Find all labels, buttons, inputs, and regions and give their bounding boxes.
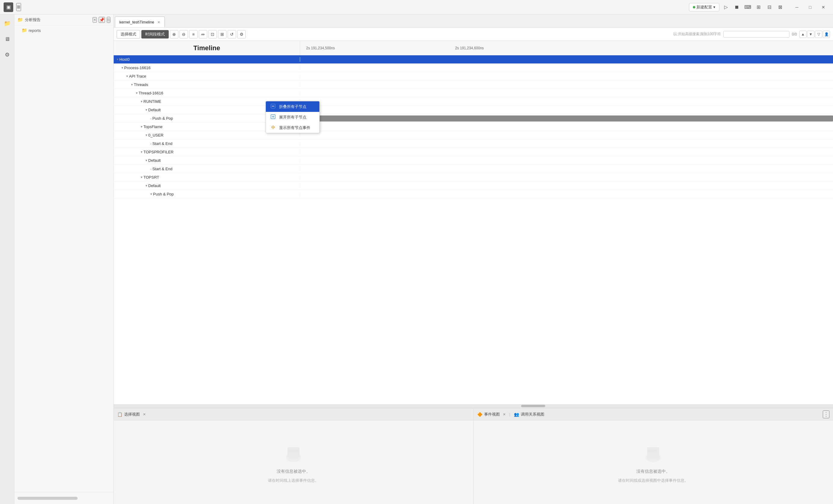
search-prev-button[interactable]: ▲ — [799, 31, 807, 38]
panel-tab-callgraph[interactable]: 👥 调用关系视图 — [514, 412, 544, 417]
timeline-row[interactable]: ▾ TOPSRT — [114, 173, 833, 182]
timeline-row[interactable]: ▾ TopsFlame — [114, 123, 833, 131]
expand-icon[interactable]: ▾ — [146, 184, 147, 188]
timeline-title: Timeline — [114, 41, 300, 55]
close-button[interactable]: ✕ — [817, 3, 829, 11]
timeline-row[interactable]: ▾ Default — [114, 182, 833, 190]
search-next-button[interactable]: ▼ — [807, 31, 814, 38]
play-button[interactable]: ▷ — [722, 3, 730, 11]
expand-icon[interactable]: ▾ — [146, 133, 147, 137]
sidebar-file-title: 分析报告 — [25, 17, 41, 23]
expand-icon[interactable]: ▾ — [141, 99, 143, 103]
expand-icon[interactable]: ▾ — [131, 83, 133, 87]
expand-icon[interactable]: ▾ — [141, 125, 143, 129]
timeline-row[interactable]: ▾ RUNTIME — [114, 97, 833, 106]
tab-timeline[interactable]: kernel_test\Timeline ✕ — [115, 17, 165, 27]
timeline-row[interactable]: ▾ API Trace — [114, 72, 833, 80]
search-input[interactable] — [723, 31, 789, 38]
timeline-row[interactable]: ▾ Thread-16616 — [114, 89, 833, 97]
sidebar-copy-button[interactable]: ⎘ — [107, 17, 110, 23]
timeline-scrollbar[interactable] — [114, 404, 833, 408]
sidebar-pin-button[interactable]: 📌 — [99, 17, 105, 23]
add-button[interactable]: ⊕ — [170, 30, 178, 39]
select-mode-button[interactable]: 选择模式 — [117, 30, 140, 39]
timeline-row[interactable]: ▾ Host0 — [114, 55, 833, 64]
expand-icon[interactable]: ▾ — [136, 91, 138, 95]
app-logo: ▣ — [4, 2, 13, 12]
expand-icon[interactable]: ▾ — [146, 159, 147, 162]
row-label: Process-16616 — [124, 66, 150, 70]
search-hint: 以:开始高级搜索,限制100字符 — [673, 31, 721, 37]
timeline-row[interactable]: › Start & End — [114, 140, 833, 148]
expand-icon[interactable]: › — [150, 117, 151, 120]
search-filter-button[interactable]: ▽ — [815, 31, 822, 38]
tree-cell: ▾ Host0 — [114, 57, 300, 62]
new-config-button[interactable]: 新建配置 ▾ — [689, 3, 719, 11]
layout2-button[interactable]: ⊟ — [765, 3, 774, 11]
timeline-row[interactable]: › Start & End — [114, 165, 833, 173]
layout1-button[interactable]: ⊞ — [754, 3, 763, 11]
panel-close-button[interactable]: ✕ — [503, 412, 506, 416]
search-user-button[interactable]: 👤 — [823, 31, 830, 38]
time-mode-button[interactable]: 时间段模式 — [141, 30, 169, 39]
timeline-row[interactable]: ▾ TOPSPROFILER — [114, 148, 833, 157]
context-menu: 折叠所有子节点 展开所有子节点 — [265, 101, 320, 133]
panel-more-button[interactable]: ⋮ — [823, 410, 829, 418]
zoom-out-button[interactable]: ⊡ — [208, 30, 217, 39]
row-label: Default — [148, 107, 161, 112]
row-label: 0_USER — [148, 133, 164, 138]
context-menu-item-events[interactable]: 显示所有节点事件 — [266, 122, 319, 133]
remove-button[interactable]: ⊖ — [180, 30, 188, 39]
panel-tab-events[interactable]: 🔶 事件视图 ✕ — [477, 412, 506, 417]
expand-icon[interactable]: › — [150, 167, 151, 171]
folder-nav-button[interactable]: 📁 — [2, 18, 13, 29]
timeline-row[interactable]: ▾ Threads — [114, 80, 833, 89]
row-label: TOPSRT — [143, 175, 159, 179]
expand-icon[interactable]: ▾ — [141, 150, 143, 154]
settings-button[interactable]: ⚙ — [2, 49, 13, 60]
expand-icon[interactable]: ▾ — [126, 74, 128, 78]
refresh-button[interactable]: ↺ — [228, 30, 236, 39]
panel-close-button[interactable]: ✕ — [143, 412, 146, 416]
context-menu-item-expand[interactable]: 展开所有子节点 — [266, 112, 319, 122]
sidebar-close-button[interactable]: ✕ — [93, 17, 97, 23]
sidebar-scrollbar[interactable] — [18, 497, 77, 500]
timeline-row[interactable]: ▾ Default — [114, 106, 833, 114]
align-button[interactable]: ≡ — [189, 30, 197, 39]
tree-cell: ▾ TOPSRT — [114, 175, 300, 179]
ruler-tick-right: 2s 191,234,600ns — [455, 46, 483, 50]
zoom-in-button[interactable]: ⊞ — [218, 30, 227, 39]
expand-icon[interactable]: ▾ — [121, 66, 123, 70]
fit-button[interactable]: ⇔ — [199, 30, 207, 39]
layout3-button[interactable]: ⊠ — [776, 3, 784, 11]
menu-button[interactable]: ≡ — [16, 3, 21, 11]
timeline-row[interactable]: ▾ Process-16616 — [114, 64, 833, 72]
timeline-header: Timeline 2s 191,234,500ns 2s 191,234,600… — [114, 41, 833, 55]
timeline-row[interactable]: ▾ Default — [114, 157, 833, 165]
expand-icon[interactable]: ▾ — [146, 108, 147, 112]
filter-button[interactable]: ⚙ — [237, 30, 246, 39]
expand-icon[interactable]: ▾ — [117, 57, 118, 61]
expand-icon[interactable]: ▾ — [141, 175, 143, 179]
empty-text-main: 没有信息被选中。 — [277, 469, 310, 474]
tab-close-icon[interactable]: ✕ — [157, 20, 160, 24]
context-menu-item-collapse[interactable]: 折叠所有子节点 — [266, 101, 319, 112]
tree-item-reports[interactable]: 📁 reports — [15, 27, 113, 34]
tree-cell: ▾ Default — [114, 184, 300, 188]
timeline-row[interactable]: ▾ 0_USER — [114, 131, 833, 140]
scrollbar-thumb[interactable] — [521, 405, 545, 407]
timeline-row[interactable]: ▾ Push & Pop — [114, 190, 833, 198]
timeline-body[interactable]: ▾ Host0 ▾ Process-16616 — [114, 55, 833, 404]
expand-icon[interactable]: › — [150, 142, 151, 146]
svg-rect-15 — [649, 451, 655, 452]
panel-tab-selection[interactable]: 📋 选择视图 ✕ — [117, 412, 146, 417]
monitor-button[interactable]: 🖥 — [2, 34, 13, 45]
timeline-row[interactable]: › Push & Pop — [114, 114, 833, 123]
minimize-button[interactable]: ─ — [791, 3, 803, 11]
maximize-button[interactable]: □ — [804, 3, 816, 11]
row-label: API Trace — [129, 74, 146, 78]
keyboard-button[interactable]: ⌨ — [743, 3, 752, 11]
stop-button[interactable]: ⏹ — [733, 3, 741, 11]
expand-icon[interactable]: ▾ — [150, 192, 152, 196]
toolbar: 选择模式 时间段模式 ⊕ ⊖ ≡ ⇔ ⊡ ⊞ ↺ ⚙ 以:开始高级搜索,限制10… — [114, 28, 833, 41]
